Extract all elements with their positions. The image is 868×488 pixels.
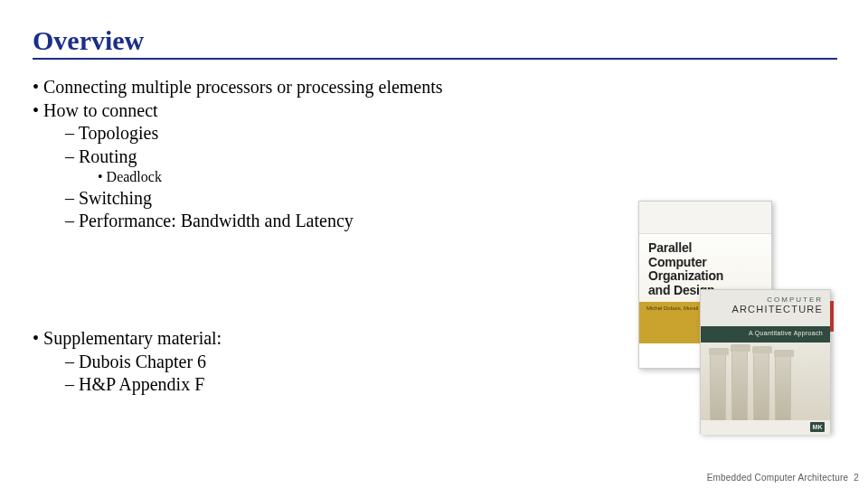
page-title: Overview [33,25,835,56]
book-title-line: Computer [648,256,762,270]
column-graphic [753,353,769,420]
column-graphic [775,357,791,420]
title-underline [33,58,837,60]
book-title-line: Parallel [648,241,762,256]
book-title-line: Organization [648,269,762,284]
spine-tab [830,301,834,332]
book-pretitle: COMPUTER [708,296,823,304]
bullet-l3: Deadlock [98,168,835,186]
bullet-l1: How to connect [33,99,835,123]
book-subtitle-band: A Quantitative Approach [701,326,830,343]
page-number: 2 [854,473,859,483]
bullet-l2: Topologies [65,122,835,145]
column-graphic [731,352,748,420]
book-footer-band: MK [701,420,830,435]
slide-footer: Embedded Computer Architecture 2 [707,473,859,483]
slide: Overview Connecting multiple processors … [0,0,868,488]
book-cover-hennessy-patterson: COMPUTER ARCHITECTURE A Quantitative App… [700,289,831,434]
column-graphic [710,355,726,420]
bullet-l1: Connecting multiple processors or proces… [33,76,835,99]
book-covers: Parallel Computer Organization and Desig… [638,201,828,431]
book-cover-image [701,343,830,420]
book-title-area: COMPUTER ARCHITECTURE [701,290,830,326]
book-title: ARCHITECTURE [708,304,823,314]
bullet-l2: Routing [65,145,835,169]
footer-text: Embedded Computer Architecture [707,473,849,483]
book-top-band [639,202,771,234]
publisher-mark: MK [810,422,825,432]
